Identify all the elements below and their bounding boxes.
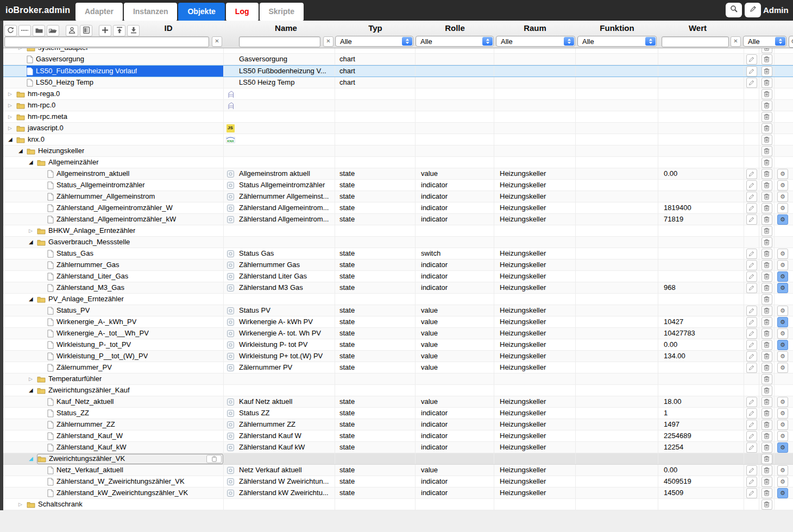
table-row[interactable]: Wirkenergie_A-_tot__Wh_PVWirkenergie A- … xyxy=(0,328,793,339)
custom-settings-button[interactable]: ⚙ xyxy=(777,420,788,430)
delete-object-button[interactable] xyxy=(761,397,772,407)
columns-button[interactable] xyxy=(80,25,92,36)
table-row[interactable]: ▷Schaltschrank xyxy=(0,499,793,510)
edit-object-button[interactable] xyxy=(746,442,757,453)
custom-settings-button[interactable]: ⚙ xyxy=(777,408,788,419)
tab-log[interactable]: Log xyxy=(226,3,259,21)
table-row[interactable]: ▷BHKW_Anlage_Erntezähler xyxy=(0,225,793,237)
expand-toggle-icon[interactable]: ▷ xyxy=(8,123,16,134)
delete-object-button[interactable] xyxy=(761,192,772,202)
table-row[interactable]: ◢Allgemeinzähler xyxy=(0,157,793,168)
delete-object-button[interactable] xyxy=(761,374,772,384)
edit-object-button[interactable] xyxy=(746,477,757,487)
delete-object-button[interactable] xyxy=(761,249,772,259)
custom-settings-button[interactable]: ⚙ xyxy=(777,169,788,179)
delete-object-button[interactable] xyxy=(761,214,772,225)
table-row[interactable]: Wirkleistung_P-_tot_PVWirkleistung P- to… xyxy=(0,339,793,351)
table-row[interactable]: ▷hm-rega.0 xyxy=(0,88,793,100)
custom-settings-button[interactable]: ⚙ xyxy=(777,192,788,202)
delete-object-button[interactable] xyxy=(761,488,772,498)
expand-toggle-icon[interactable]: ◢ xyxy=(29,385,37,396)
delete-object-button[interactable] xyxy=(761,180,772,191)
custom-settings-button[interactable]: ⚙ xyxy=(777,431,788,441)
delete-object-button[interactable] xyxy=(761,499,772,510)
expand-toggle-icon[interactable]: ◢ xyxy=(18,145,27,156)
table-row[interactable]: GasversorgungGasversorgungchart xyxy=(0,54,793,65)
column-settings-button[interactable]: ⚙ xyxy=(789,36,793,48)
delete-object-button[interactable] xyxy=(761,226,772,236)
edit-object-button[interactable] xyxy=(746,54,757,65)
table-row[interactable]: ▷hm-rpc.meta xyxy=(0,111,793,123)
table-row[interactable]: ◢Zweirichtungszähler_Kauf xyxy=(0,385,793,396)
delete-object-button[interactable] xyxy=(761,340,772,350)
table-row[interactable]: Status_PVStatus PVstatevalueHeizungskell… xyxy=(0,305,793,316)
table-row[interactable]: ▷javascript.0JS xyxy=(0,123,793,134)
edit-mode-button[interactable] xyxy=(745,3,761,17)
table-row[interactable]: Zählerstand_Liter_GasZählerstand Liter G… xyxy=(0,271,793,282)
custom-settings-button[interactable]: ⚙ xyxy=(777,214,788,225)
edit-object-button[interactable] xyxy=(746,306,757,316)
name-filter-input[interactable] xyxy=(239,36,320,47)
custom-settings-button[interactable]: ⚙ xyxy=(777,180,788,191)
expand-toggle-icon[interactable]: ▷ xyxy=(29,225,37,236)
delete-object-button[interactable] xyxy=(761,112,772,122)
table-row[interactable]: Status_ZZStatus ZZstateindicatorHeizungs… xyxy=(0,408,793,419)
table-row[interactable]: ◢PV_Anlage_Erntezähler xyxy=(0,294,793,305)
delete-object-button[interactable] xyxy=(761,363,772,373)
table-row[interactable]: Wirkenergie_A-_kWh_PVWirkenergie A- kWh … xyxy=(0,316,793,328)
edit-object-button[interactable] xyxy=(746,363,757,373)
wert-filter-select[interactable]: Alle xyxy=(743,36,786,47)
list-button[interactable] xyxy=(18,25,31,36)
typ-filter-select[interactable]: Alle xyxy=(335,36,413,47)
delete-object-button[interactable] xyxy=(761,89,772,99)
expand-toggle-icon[interactable]: ▷ xyxy=(8,100,16,111)
expand-toggle-icon[interactable]: ▷ xyxy=(8,111,16,122)
expand-toggle-icon[interactable]: ▷ xyxy=(8,88,16,99)
folder-open-button[interactable] xyxy=(47,25,59,36)
edit-object-button[interactable] xyxy=(746,180,757,191)
delete-object-button[interactable] xyxy=(761,123,772,134)
edit-object-button[interactable] xyxy=(746,351,757,362)
custom-settings-button[interactable]: ⚙ xyxy=(777,363,788,373)
custom-settings-button[interactable]: ⚙ xyxy=(777,340,788,350)
table-row[interactable]: Zählernummer_ZZZählernummer ZZstateindic… xyxy=(0,419,793,430)
delete-object-button[interactable] xyxy=(761,146,772,156)
table-row[interactable]: Status_AllgemeintromzählerStatus Allgeme… xyxy=(0,180,793,191)
delete-object-button[interactable] xyxy=(761,271,772,282)
custom-settings-button[interactable]: ⚙ xyxy=(777,477,788,487)
tab-adapter[interactable]: Adapter xyxy=(75,3,123,21)
expand-toggle-icon[interactable]: ◢ xyxy=(29,157,37,168)
edit-object-button[interactable] xyxy=(746,249,757,259)
edit-object-button[interactable] xyxy=(746,397,757,407)
raum-filter-select[interactable]: Alle xyxy=(496,36,575,47)
delete-object-button[interactable] xyxy=(761,157,772,168)
table-row[interactable]: Zählerstand_Allgemeintromzähler_kWZähler… xyxy=(0,214,793,225)
table-row[interactable]: Allgemeinstrom_aktuellAllgemeinstrom akt… xyxy=(0,168,793,180)
expand-toggle-icon[interactable]: ▷ xyxy=(18,499,27,510)
table-row[interactable]: LS50_Fußbodenheizung VorlaufLS50 Fußbode… xyxy=(0,65,793,77)
table-row[interactable]: Zählerstand_W_Zweirichtungszähler_VKZähl… xyxy=(0,476,793,487)
table-row[interactable]: ◢knx.0KNX xyxy=(0,134,793,145)
folder-closed-button[interactable] xyxy=(33,25,45,36)
delete-object-button[interactable] xyxy=(761,408,772,419)
edit-object-button[interactable] xyxy=(746,260,757,270)
table-row[interactable]: Zählerstand_Kauf_WZählerstand Kauf Wstat… xyxy=(0,430,793,442)
delete-object-button[interactable] xyxy=(761,237,772,248)
search-button[interactable] xyxy=(726,3,742,17)
custom-settings-button[interactable]: ⚙ xyxy=(777,260,788,270)
edit-object-button[interactable] xyxy=(746,465,757,476)
custom-settings-button[interactable]: ⚙ xyxy=(777,317,788,327)
table-row[interactable]: ▷hm-rpc.0 xyxy=(0,100,793,111)
edit-object-button[interactable] xyxy=(746,78,757,88)
delete-object-button[interactable] xyxy=(761,294,772,305)
delete-object-button[interactable] xyxy=(761,442,772,453)
custom-settings-button[interactable]: ⚙ xyxy=(777,306,788,316)
funktion-filter-select[interactable]: Alle xyxy=(577,36,657,47)
edit-object-button[interactable] xyxy=(746,271,757,282)
edit-object-button[interactable] xyxy=(746,328,757,339)
delete-object-button[interactable] xyxy=(761,465,772,476)
table-row[interactable]: Zälernummer_PVZälernummer PVstatevalueHe… xyxy=(0,362,793,373)
table-row[interactable]: Zählerstand_M3_GasZählerstand M3 Gasstat… xyxy=(0,282,793,294)
delete-object-button[interactable] xyxy=(761,317,772,327)
delete-object-button[interactable] xyxy=(761,385,772,396)
